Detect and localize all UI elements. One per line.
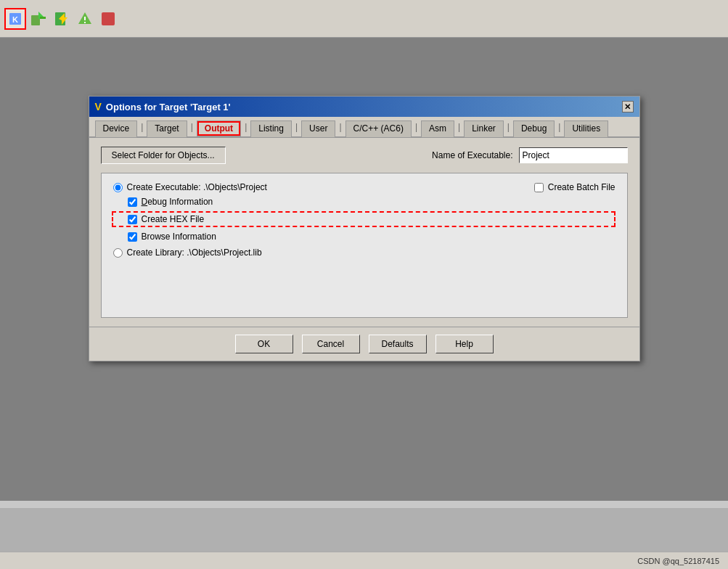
svg-rect-8 bbox=[84, 17, 86, 20]
watermark-text: CSDN @qq_52187415 bbox=[637, 557, 719, 565]
dialog-footer: OK Cancel Defaults Help bbox=[89, 327, 639, 361]
svg-text:K: K bbox=[12, 15, 18, 24]
bottom-bar: CSDN @qq_52187415 bbox=[0, 552, 728, 569]
tab-cpp[interactable]: C/C++ (AC6) bbox=[345, 120, 412, 137]
create-hex-row: Create HEX File bbox=[112, 211, 615, 227]
tab-target[interactable]: Target bbox=[147, 120, 187, 137]
debug-info-label: Debug Information bbox=[142, 197, 213, 207]
name-exec-input[interactable] bbox=[519, 147, 628, 163]
debug-info-row: Debug Information bbox=[113, 197, 615, 207]
tab-user[interactable]: User bbox=[301, 120, 335, 137]
browse-info-checkbox[interactable] bbox=[128, 232, 137, 242]
create-hex-checkbox[interactable] bbox=[128, 215, 137, 224]
dialog-area: V Options for Target 'Target 1' ✕ Device… bbox=[0, 38, 728, 552]
browse-info-row: Browse Information bbox=[113, 232, 615, 242]
close-button[interactable]: ✕ bbox=[622, 101, 634, 112]
create-batch-group: Create Batch File bbox=[534, 182, 615, 192]
dialog-icon: V bbox=[95, 101, 102, 112]
tab-utilities[interactable]: Utilities bbox=[564, 120, 608, 137]
debug-tool-button[interactable] bbox=[74, 8, 96, 30]
tabs-bar: Device | Target | Output | Listing | Use… bbox=[89, 117, 639, 138]
stop-tool-button[interactable] bbox=[97, 8, 119, 30]
create-batch-checkbox[interactable] bbox=[534, 183, 544, 192]
titlebar-left: V Options for Target 'Target 1' bbox=[95, 101, 231, 112]
name-exec-label: Name of Executable: bbox=[432, 150, 512, 160]
name-exec-group: Name of Executable: bbox=[432, 147, 627, 163]
flash-tool-button[interactable] bbox=[51, 8, 73, 30]
ok-button[interactable]: OK bbox=[235, 335, 293, 353]
create-batch-label: Create Batch File bbox=[548, 182, 615, 192]
svg-rect-4 bbox=[40, 17, 46, 19]
tab-linker[interactable]: Linker bbox=[464, 120, 504, 137]
debug-info-checkbox[interactable] bbox=[128, 197, 137, 207]
help-button[interactable]: Help bbox=[435, 335, 494, 353]
svg-rect-10 bbox=[102, 12, 115, 25]
top-row: Select Folder for Objects... Name of Exe… bbox=[101, 147, 628, 164]
cancel-button[interactable]: Cancel bbox=[302, 335, 360, 353]
cursor-tool-button[interactable]: K bbox=[4, 8, 26, 30]
tab-debug[interactable]: Debug bbox=[513, 120, 555, 137]
create-library-radio[interactable] bbox=[113, 248, 123, 258]
tab-asm[interactable]: Asm bbox=[421, 120, 454, 137]
tab-device[interactable]: Device bbox=[95, 120, 138, 137]
browse-info-label: Browse Information bbox=[142, 232, 216, 242]
defaults-button[interactable]: Defaults bbox=[369, 335, 427, 353]
tab-listing[interactable]: Listing bbox=[250, 120, 292, 137]
create-executable-radio[interactable] bbox=[113, 183, 123, 192]
options-dialog: V Options for Target 'Target 1' ✕ Device… bbox=[89, 96, 640, 361]
toolbar: K bbox=[0, 0, 728, 38]
tab-output[interactable]: Output bbox=[197, 120, 241, 137]
dialog-body: Select Folder for Objects... Name of Exe… bbox=[89, 138, 639, 327]
content-panel: Create Batch File Create Executable: .\O… bbox=[101, 173, 628, 318]
dialog-titlebar: V Options for Target 'Target 1' ✕ bbox=[89, 97, 639, 117]
select-folder-button[interactable]: Select Folder for Objects... bbox=[101, 147, 226, 164]
create-library-label: Create Library: .\Objects\Project.lib bbox=[127, 247, 262, 258]
create-hex-label: Create HEX File bbox=[142, 214, 205, 224]
dialog-title: Options for Target 'Target 1' bbox=[106, 102, 231, 112]
create-executable-label: Create Executable: .\Objects\Project bbox=[127, 182, 267, 192]
create-library-row: Create Library: .\Objects\Project.lib bbox=[113, 247, 615, 258]
build-tool-button[interactable] bbox=[28, 8, 49, 30]
svg-rect-9 bbox=[84, 22, 86, 23]
